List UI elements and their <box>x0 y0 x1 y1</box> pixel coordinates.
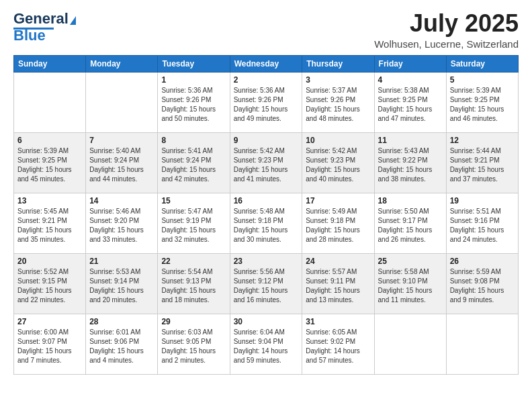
day-info: Sunrise: 5:38 AM Sunset: 9:25 PM Dayligh… <box>378 86 443 124</box>
table-cell: 16Sunrise: 5:48 AM Sunset: 9:18 PM Dayli… <box>230 193 302 253</box>
table-cell: 13Sunrise: 5:45 AM Sunset: 9:21 PM Dayli… <box>14 193 86 253</box>
logo-triangle-icon <box>70 16 76 25</box>
day-info: Sunrise: 5:49 AM Sunset: 9:18 PM Dayligh… <box>306 207 370 244</box>
logo: General Blue <box>13 10 76 44</box>
day-info: Sunrise: 5:40 AM Sunset: 9:24 PM Dayligh… <box>89 146 154 184</box>
table-cell: 18Sunrise: 5:50 AM Sunset: 9:17 PM Dayli… <box>374 193 446 253</box>
day-number: 6 <box>17 136 82 145</box>
day-info: Sunrise: 5:47 AM Sunset: 9:19 PM Dayligh… <box>161 207 226 244</box>
table-cell: 22Sunrise: 5:54 AM Sunset: 9:13 PM Dayli… <box>158 253 230 314</box>
table-cell: 1Sunrise: 5:36 AM Sunset: 9:26 PM Daylig… <box>158 72 230 132</box>
calendar-week-5: 27Sunrise: 6:00 AM Sunset: 9:07 PM Dayli… <box>14 314 519 374</box>
day-number: 26 <box>450 257 515 266</box>
day-number: 18 <box>378 196 443 205</box>
day-number: 28 <box>89 317 154 326</box>
col-wednesday: Wednesday <box>230 55 302 72</box>
table-cell: 8Sunrise: 5:41 AM Sunset: 9:24 PM Daylig… <box>158 132 230 193</box>
subtitle: Wolhusen, Lucerne, Switzerland <box>374 38 519 50</box>
main-title: July 2025 <box>374 10 519 37</box>
table-cell <box>374 314 446 374</box>
col-monday: Monday <box>86 55 158 72</box>
table-cell: 24Sunrise: 5:57 AM Sunset: 9:11 PM Dayli… <box>302 253 374 314</box>
day-info: Sunrise: 5:37 AM Sunset: 9:26 PM Dayligh… <box>306 86 370 124</box>
table-cell <box>86 72 158 132</box>
day-info: Sunrise: 5:39 AM Sunset: 9:25 PM Dayligh… <box>17 146 82 184</box>
day-number: 15 <box>161 196 226 205</box>
table-cell <box>14 72 86 132</box>
day-info: Sunrise: 5:42 AM Sunset: 9:23 PM Dayligh… <box>306 146 370 184</box>
table-cell: 9Sunrise: 5:42 AM Sunset: 9:23 PM Daylig… <box>230 132 302 193</box>
day-number: 13 <box>17 196 82 205</box>
day-info: Sunrise: 5:54 AM Sunset: 9:13 PM Dayligh… <box>161 267 226 305</box>
day-number: 23 <box>234 257 299 266</box>
day-info: Sunrise: 6:01 AM Sunset: 9:06 PM Dayligh… <box>89 328 154 365</box>
day-info: Sunrise: 5:36 AM Sunset: 9:26 PM Dayligh… <box>161 86 226 124</box>
table-cell: 19Sunrise: 5:51 AM Sunset: 9:16 PM Dayli… <box>446 193 518 253</box>
table-cell: 12Sunrise: 5:44 AM Sunset: 9:21 PM Dayli… <box>446 132 518 193</box>
table-cell: 29Sunrise: 6:03 AM Sunset: 9:05 PM Dayli… <box>158 314 230 374</box>
day-number: 30 <box>234 317 299 326</box>
title-block: July 2025 Wolhusen, Lucerne, Switzerland <box>374 10 519 50</box>
table-cell: 28Sunrise: 6:01 AM Sunset: 9:06 PM Dayli… <box>86 314 158 374</box>
day-info: Sunrise: 5:46 AM Sunset: 9:20 PM Dayligh… <box>89 207 154 244</box>
day-info: Sunrise: 5:41 AM Sunset: 9:24 PM Dayligh… <box>161 146 226 184</box>
day-info: Sunrise: 5:53 AM Sunset: 9:14 PM Dayligh… <box>89 267 154 305</box>
table-cell: 30Sunrise: 6:04 AM Sunset: 9:04 PM Dayli… <box>230 314 302 374</box>
day-info: Sunrise: 5:52 AM Sunset: 9:15 PM Dayligh… <box>17 267 82 305</box>
table-cell: 10Sunrise: 5:42 AM Sunset: 9:23 PM Dayli… <box>302 132 374 193</box>
day-number: 12 <box>450 136 515 145</box>
day-info: Sunrise: 5:45 AM Sunset: 9:21 PM Dayligh… <box>17 207 82 244</box>
logo-blue-text: Blue <box>13 27 46 44</box>
table-cell: 7Sunrise: 5:40 AM Sunset: 9:24 PM Daylig… <box>86 132 158 193</box>
day-info: Sunrise: 5:56 AM Sunset: 9:12 PM Dayligh… <box>234 267 299 305</box>
day-number: 9 <box>234 136 299 145</box>
day-info: Sunrise: 6:04 AM Sunset: 9:04 PM Dayligh… <box>234 328 299 365</box>
logo-wrap: General <box>13 10 76 28</box>
calendar-week-1: 1Sunrise: 5:36 AM Sunset: 9:26 PM Daylig… <box>14 72 519 132</box>
day-info: Sunrise: 6:03 AM Sunset: 9:05 PM Dayligh… <box>161 328 226 365</box>
day-number: 19 <box>450 196 515 205</box>
table-cell: 3Sunrise: 5:37 AM Sunset: 9:26 PM Daylig… <box>302 72 374 132</box>
day-number: 1 <box>161 75 226 85</box>
table-cell: 23Sunrise: 5:56 AM Sunset: 9:12 PM Dayli… <box>230 253 302 314</box>
day-info: Sunrise: 6:05 AM Sunset: 9:02 PM Dayligh… <box>306 328 370 365</box>
day-number: 31 <box>306 317 370 326</box>
day-number: 8 <box>161 136 226 145</box>
day-number: 17 <box>306 196 370 205</box>
table-cell: 20Sunrise: 5:52 AM Sunset: 9:15 PM Dayli… <box>14 253 86 314</box>
day-info: Sunrise: 5:51 AM Sunset: 9:16 PM Dayligh… <box>450 207 515 244</box>
day-number: 22 <box>161 257 226 266</box>
table-cell: 14Sunrise: 5:46 AM Sunset: 9:20 PM Dayli… <box>86 193 158 253</box>
day-number: 7 <box>89 136 154 145</box>
table-cell: 25Sunrise: 5:58 AM Sunset: 9:10 PM Dayli… <box>374 253 446 314</box>
day-number: 24 <box>306 257 370 266</box>
day-number: 5 <box>450 75 515 85</box>
col-thursday: Thursday <box>302 55 374 72</box>
logo-text-block: General <box>13 10 76 28</box>
day-number: 3 <box>306 75 370 85</box>
day-info: Sunrise: 5:39 AM Sunset: 9:25 PM Dayligh… <box>450 86 515 124</box>
day-number: 27 <box>17 317 82 326</box>
day-info: Sunrise: 5:44 AM Sunset: 9:21 PM Dayligh… <box>450 146 515 184</box>
day-number: 2 <box>234 75 299 85</box>
table-cell: 6Sunrise: 5:39 AM Sunset: 9:25 PM Daylig… <box>14 132 86 193</box>
calendar-table: Sunday Monday Tuesday Wednesday Thursday… <box>13 55 519 375</box>
day-number: 14 <box>89 196 154 205</box>
col-saturday: Saturday <box>446 55 518 72</box>
col-sunday: Sunday <box>14 55 86 72</box>
logo-general: General <box>13 10 69 27</box>
day-number: 25 <box>378 257 443 266</box>
day-number: 16 <box>234 196 299 205</box>
day-number: 11 <box>378 136 443 145</box>
day-number: 21 <box>89 257 154 266</box>
table-cell: 11Sunrise: 5:43 AM Sunset: 9:22 PM Dayli… <box>374 132 446 193</box>
day-info: Sunrise: 5:58 AM Sunset: 9:10 PM Dayligh… <box>378 267 443 305</box>
table-cell: 4Sunrise: 5:38 AM Sunset: 9:25 PM Daylig… <box>374 72 446 132</box>
col-friday: Friday <box>374 55 446 72</box>
col-tuesday: Tuesday <box>158 55 230 72</box>
day-number: 4 <box>378 75 443 85</box>
day-number: 20 <box>17 257 82 266</box>
table-cell: 17Sunrise: 5:49 AM Sunset: 9:18 PM Dayli… <box>302 193 374 253</box>
header: General Blue July 2025 Wolhusen, Lucerne… <box>13 10 519 50</box>
table-cell: 5Sunrise: 5:39 AM Sunset: 9:25 PM Daylig… <box>446 72 518 132</box>
